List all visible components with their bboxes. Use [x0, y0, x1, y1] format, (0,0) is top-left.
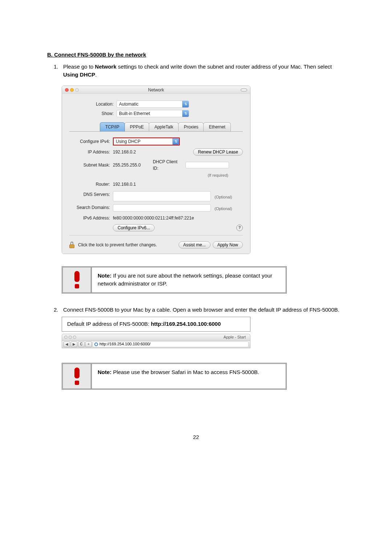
titlebar: Network [62, 86, 250, 94]
step-1-mid: settings to check and write down the sub… [117, 63, 332, 70]
reload-button[interactable]: C [78, 341, 85, 347]
browser-toolbar: ◀ ▶ C + http://169.254.100.100:6000/ [62, 340, 250, 348]
browser-window-controls [62, 336, 76, 339]
step-1-post: . [95, 71, 97, 78]
configure-ipv4-row: Configure IPv4: Using DHCP⇅ [69, 138, 243, 145]
section-heading: B. Connect FNS-5000B by the network [47, 51, 345, 59]
configure-ipv6-row: Configure IPv6... ? [69, 224, 243, 231]
router-row: Router: 192.168.0.1 [69, 181, 243, 188]
note-2-bold: Note: [98, 369, 111, 375]
location-label: Location: [69, 101, 117, 107]
note-2-body: Please use the browser Safari in Mac to … [111, 369, 259, 375]
search-domains-input[interactable] [113, 204, 211, 212]
highlight-box: Using DHCP⇅ [113, 138, 180, 145]
search-domains-label: Search Domains: [69, 204, 113, 211]
divider: Click the lock to prevent further change… [69, 235, 243, 249]
back-button[interactable]: ◀ [64, 341, 70, 347]
ipv6-value: fe80:0000:0000:0000:0211:24ff:fe87:221e [113, 215, 194, 221]
tab-proxies[interactable]: Proxies [178, 122, 204, 131]
footer-row: Click the lock to prevent further change… [69, 241, 243, 249]
browser-titlebar: Apple - Start [62, 334, 250, 340]
assist-me-button[interactable]: Assist me... [179, 241, 211, 249]
router-label: Router: [69, 181, 113, 188]
note-icon-cell [63, 364, 92, 389]
ip-address-row: IP Address: 192.168.0.2 Renew DHCP Lease [69, 148, 243, 156]
note-icon-cell [63, 267, 92, 292]
zoom-icon[interactable] [73, 336, 76, 339]
chevron-updown-icon: ⇅ [172, 138, 179, 145]
dns-row: DNS Servers: (Optional) [69, 191, 243, 201]
window-content: Location: Automatic⇅ Show: Built-in Ethe… [62, 94, 250, 254]
network-window: Network Location: Automatic⇅ Show: Built… [62, 86, 250, 254]
step-2-text: Connect FNS-5000B to your Mac by a cable… [63, 306, 345, 314]
router-value: 192.168.0.1 [113, 181, 136, 188]
subnet-label: Subnet Mask: [69, 162, 113, 168]
browser-page-title: Apple - Start [224, 334, 250, 340]
tab-ethernet[interactable]: Ethernet [203, 122, 230, 131]
step-1-text: Please go to Network settings to check a… [63, 63, 345, 79]
show-row: Show: Built-in Ethernet⇅ [69, 110, 243, 117]
note-box-2: Note: Please use the browser Safari in M… [62, 363, 287, 390]
dhcp-client-id-label: DHCP Client ID: [153, 159, 185, 172]
tab-panel-tcpip: Configure IPv4: Using DHCP⇅ IP Address: … [69, 131, 243, 231]
ip-box-pre: Default IP address of FNS-5000B: [67, 321, 151, 327]
step-1: 1. Please go to Network settings to chec… [47, 63, 345, 79]
minimize-icon[interactable] [69, 336, 72, 339]
dns-optional-note: (Optional) [215, 194, 232, 200]
dns-servers-input[interactable] [113, 191, 211, 201]
tabs: TCP/IP PPPoE AppleTalk Proxies Ethernet [100, 122, 243, 131]
note-1-text: Note: If you are not sure about the netw… [92, 267, 286, 292]
ipv6-label: IPv6 Address: [69, 215, 113, 221]
window-title: Network [62, 87, 250, 93]
chevron-updown-icon: ⇅ [182, 110, 189, 117]
add-bookmark-button[interactable]: + [85, 341, 92, 347]
location-select[interactable]: Automatic⇅ [117, 100, 189, 108]
step-2-number: 2. [54, 306, 63, 314]
location-value: Automatic [119, 102, 138, 107]
dhcp-if-required-note: (If required) [208, 172, 228, 178]
subnet-row: Subnet Mask: 255.255.255.0 DHCP Client I… [69, 159, 243, 172]
page-number: 22 [47, 433, 345, 442]
help-icon[interactable]: ? [236, 225, 243, 231]
configure-ipv4-select[interactable]: Using DHCP⇅ [114, 138, 179, 145]
tab-pppoe[interactable]: PPPoE [124, 122, 150, 131]
dhcp-note-row: (If required) [69, 172, 243, 178]
site-icon [94, 342, 98, 346]
show-value: Built-in Ethernet [119, 111, 150, 116]
search-optional-note: (Optional) [215, 206, 232, 212]
ipv6-row: IPv6 Address: fe80:0000:0000:0000:0211:2… [69, 215, 243, 221]
note-1-bold: Note: [98, 272, 111, 279]
forward-button[interactable]: ▶ [71, 341, 77, 347]
step-1-pre: Please go to [63, 63, 95, 70]
renew-dhcp-button[interactable]: Renew DHCP Lease [193, 148, 243, 156]
step-1-bold-dhcp: Using DHCP [63, 71, 95, 78]
lock-icon[interactable] [69, 242, 75, 248]
show-select[interactable]: Built-in Ethernet⇅ [117, 110, 189, 117]
chevron-updown-icon: ⇅ [182, 101, 189, 107]
exclamation-icon [70, 368, 84, 385]
dhcp-client-id-input[interactable] [185, 162, 229, 168]
url-field[interactable]: http://169.254.100.100:6000/ [93, 341, 249, 347]
search-domains-row: Search Domains: (Optional) [69, 204, 243, 212]
lock-text: Click the lock to prevent further change… [78, 242, 157, 248]
location-row: Location: Automatic⇅ [69, 100, 243, 108]
note-box-1: Note: If you are not sure about the netw… [62, 266, 287, 294]
dns-label: DNS Servers: [69, 191, 113, 198]
subnet-value: 255.255.255.0 [113, 162, 153, 168]
configure-ipv6-button[interactable]: Configure IPv6... [113, 224, 155, 231]
default-ip-box: Default IP address of FNS-5000B: http://… [62, 317, 250, 332]
configure-ipv4-label: Configure IPv4: [69, 138, 113, 145]
step-1-number: 1. [54, 63, 63, 79]
step-2: 2. Connect FNS-5000B to your Mac by a ca… [47, 306, 345, 314]
tab-tcpip[interactable]: TCP/IP [100, 122, 125, 131]
tab-appletalk[interactable]: AppleTalk [149, 122, 179, 131]
step-1-bold-network: Network [95, 63, 117, 70]
close-icon[interactable] [64, 336, 68, 339]
url-text: http://169.254.100.100:6000/ [99, 341, 151, 347]
exclamation-icon [70, 271, 84, 288]
note-2-text: Note: Please use the browser Safari in M… [92, 364, 286, 389]
ip-address-label: IP Address: [69, 149, 113, 155]
configure-ipv4-value: Using DHCP [116, 139, 140, 144]
apply-now-button[interactable]: Apply Now [213, 241, 243, 249]
show-label: Show: [69, 110, 117, 117]
